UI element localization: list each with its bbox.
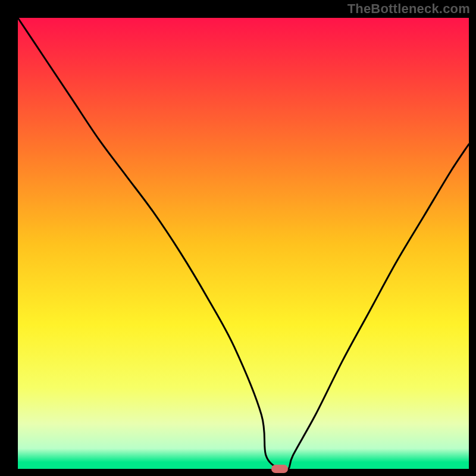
chart-frame: TheBottleneck.com [0, 0, 476, 476]
optimal-marker [271, 465, 288, 473]
plot-background [18, 18, 469, 469]
chart-svg [0, 0, 476, 476]
watermark-text: TheBottleneck.com [347, 1, 470, 17]
